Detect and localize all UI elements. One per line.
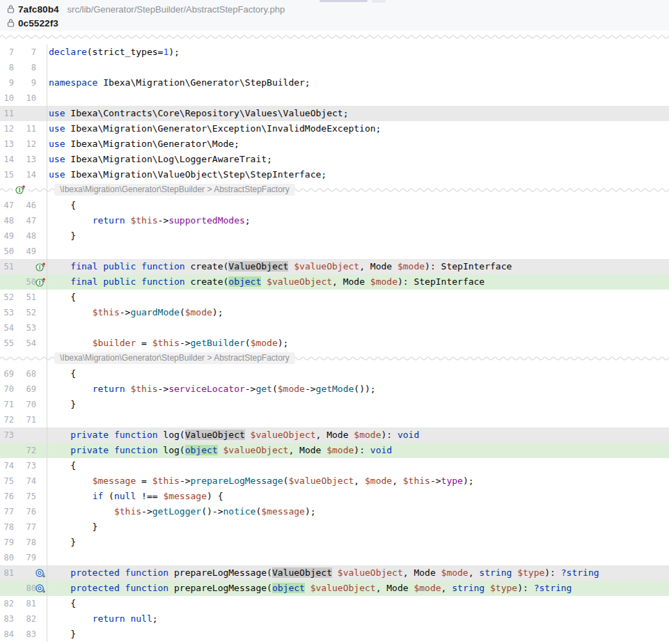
code-line[interactable] (47, 244, 669, 259)
gutter: 8281 (0, 596, 47, 611)
code-token: object (272, 583, 305, 593)
code-token: private function (70, 445, 157, 455)
code-line[interactable]: { (47, 458, 669, 473)
breadcrumb-pill[interactable]: \Ibexa\Migration\Generator\StepBuilder >… (54, 352, 295, 364)
diff-row: 4746 { (0, 198, 669, 213)
gutter: 5049 (0, 244, 47, 259)
gutter-icon-slot[interactable]: I (36, 259, 45, 274)
code-token: ?string (534, 583, 572, 593)
code-line[interactable]: return null; (47, 611, 669, 627)
code-line[interactable]: { (47, 290, 669, 305)
code-line[interactable]: use Ibexa\Migration\Generator\Mode; (47, 136, 669, 152)
code-line[interactable]: declare(strict_types=1); (47, 45, 669, 60)
diff-row: 5049 (0, 244, 669, 259)
line-number-old: 15 (0, 167, 14, 182)
implements-method-icon[interactable]: I (36, 262, 46, 272)
code-token: get (255, 384, 271, 394)
line-number-new: 69 (14, 382, 36, 397)
code-line[interactable] (47, 412, 669, 427)
code-token: ValueObject (185, 430, 245, 440)
code-line[interactable]: $message = $this->prepareLogMessage($val… (47, 473, 669, 489)
gutter-icon-slot[interactable]: I (13, 184, 28, 198)
code-token: use (49, 154, 65, 164)
code-line[interactable]: } (47, 519, 669, 535)
code-line[interactable]: $this->getLogger()->notice($message); (47, 504, 669, 519)
gutter: 1413 (0, 152, 47, 167)
diff-row: 11use Ibexa\Contracts\Core\Repository\Va… (0, 106, 669, 121)
gutter: 1211 (0, 121, 47, 136)
implements-method-icon[interactable]: I (36, 277, 46, 288)
code-line[interactable] (47, 60, 669, 75)
code-token: , (392, 476, 403, 486)
implements-method-icon[interactable]: I (15, 184, 26, 195)
code-line[interactable]: final public function create(object $val… (47, 274, 669, 290)
code-line[interactable] (47, 550, 669, 565)
code-token (49, 583, 70, 593)
code-line[interactable]: { (47, 596, 669, 611)
commit-row-top: 7afc80b4 src/lib/Generator/StepBuilder/A… (0, 0, 669, 16)
code-line[interactable]: } (47, 228, 669, 244)
code-line[interactable]: protected function prepareLogMessage(Val… (47, 565, 669, 581)
code-token (49, 430, 70, 440)
diff-body: 77declare(strict_types=1);8899namespace … (0, 31, 669, 642)
code-token: , Mode (288, 445, 326, 455)
breadcrumb-pill[interactable]: \Ibexa\Migration\Generator\StepBuilder >… (54, 184, 295, 196)
code-line[interactable] (47, 91, 669, 106)
code-line[interactable]: use Ibexa\Migration\ValueObject\Step\Ste… (47, 167, 669, 182)
code-line[interactable]: final public function create(ValueObject… (47, 259, 669, 274)
diff-row: 7978 } (0, 535, 669, 550)
code-line[interactable]: { (47, 366, 669, 382)
code-line[interactable]: private function log(ValueObject $valueO… (47, 427, 669, 443)
code-line[interactable]: private function log(object $valueObject… (47, 443, 669, 458)
code-line[interactable]: } (47, 397, 669, 412)
code-token: $valueObject (310, 583, 376, 593)
code-line[interactable] (47, 320, 669, 336)
line-number-old: 49 (0, 228, 14, 244)
code-token: return null (93, 613, 152, 624)
code-token: protected function (70, 583, 168, 593)
code-line[interactable]: if (null !== $message) { (47, 489, 669, 504)
gutter-icon-slot[interactable] (36, 565, 45, 581)
diff-row: 5251 { (0, 290, 669, 305)
code-line[interactable]: return $this->serviceLocator->get($mode-… (47, 382, 669, 397)
code-line[interactable]: } (47, 627, 669, 642)
line-number-new: 72 (14, 443, 36, 458)
diff-row: 73 private function log(ValueObject $val… (0, 427, 669, 443)
code-token (485, 583, 490, 593)
line-number-old: 72 (0, 412, 14, 427)
line-number-old: 84 (0, 627, 14, 642)
code-line[interactable]: protected function prepareLogMessage(obj… (47, 581, 669, 596)
code-line[interactable]: use Ibexa\Migration\Generator\Exception\… (47, 121, 669, 136)
file-path: src/lib/Generator/StepBuilder/AbstractSt… (68, 4, 285, 15)
code-line[interactable]: use Ibexa\Contracts\Core\Repository\Valu… (47, 106, 669, 121)
method-overridden-icon[interactable] (36, 583, 46, 594)
gutter: 99 (0, 75, 47, 91)
method-overridden-icon[interactable] (36, 568, 46, 579)
code-line[interactable]: { (47, 198, 669, 213)
diff-row: 77declare(strict_types=1); (0, 45, 669, 60)
gutter: 50I (0, 274, 47, 290)
code-line[interactable]: $this->guardMode($mode); (47, 305, 669, 320)
code-token: -> (180, 476, 191, 486)
code-token: ()); (354, 384, 375, 394)
code-token: } (49, 537, 76, 547)
line-number-old: 83 (0, 611, 14, 627)
code-token (332, 567, 338, 578)
code-line[interactable]: $builder = $this->getBuilder($mode); (47, 336, 669, 351)
code-token: -> (305, 384, 316, 394)
code-token: log( (158, 445, 185, 455)
diff-row: 6968 { (0, 366, 669, 382)
gutter-icon-slot[interactable] (36, 581, 45, 596)
line-number-new: 83 (14, 627, 36, 642)
code-line[interactable]: namespace Ibexa\Migration\Generator\Step… (47, 75, 669, 91)
line-number-new: 11 (14, 121, 36, 136)
code-token (49, 491, 93, 501)
code-line[interactable]: return $this->supportedModes; (47, 213, 669, 228)
line-number-new: 13 (14, 152, 36, 167)
code-line[interactable]: } (47, 535, 669, 550)
gutter-icon-slot (36, 519, 45, 535)
gutter-icon-slot[interactable]: I (36, 274, 45, 290)
code-token: ()-> (201, 506, 223, 517)
line-number-old: 55 (0, 336, 14, 351)
code-line[interactable]: use Ibexa\Migration\Log\LoggerAwareTrait… (47, 152, 669, 167)
